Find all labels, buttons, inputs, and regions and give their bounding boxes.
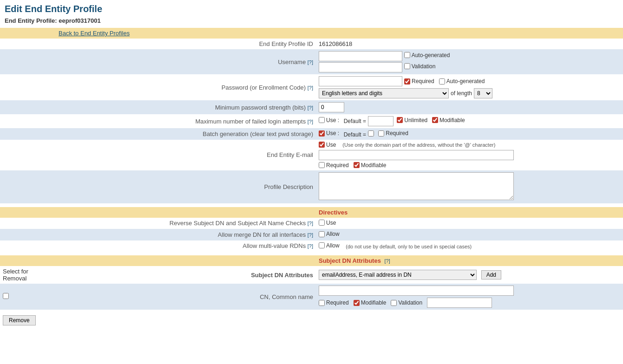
min-password-content (316, 100, 623, 114)
directives-section-content: Directives (316, 207, 623, 218)
max-failed-left (0, 114, 56, 128)
username-auto-generated-label: Auto-generated (412, 52, 450, 58)
separator-1 (0, 203, 623, 207)
min-password-input[interactable] (319, 102, 344, 112)
allow-multi-allow-wrap: Allow (319, 242, 340, 249)
email-input[interactable] (319, 150, 514, 160)
max-failed-default-input[interactable] (368, 116, 393, 126)
batch-content: Use : Default = Required (316, 128, 623, 140)
remove-button[interactable]: Remove (3, 315, 36, 325)
email-note: (Use only the domain part of the address… (342, 142, 495, 148)
subject-dn-add-content: emailAddress, E-mail address in DN CN, C… (316, 266, 623, 284)
min-password-help[interactable]: [?] (308, 105, 313, 110)
cn-label: CN, Common name (56, 284, 316, 310)
max-failed-modifiable-checkbox[interactable] (432, 117, 438, 123)
max-failed-use-wrap: Use : (319, 117, 339, 124)
allow-multi-help[interactable]: [?] (308, 243, 313, 249)
max-failed-unlimited-label: Unlimited (404, 117, 427, 124)
email-modifiable-checkbox[interactable] (354, 162, 360, 168)
remove-row-content (56, 313, 623, 327)
allow-multi-allow-checkbox[interactable] (319, 242, 325, 248)
max-failed-use-checkbox[interactable] (319, 117, 325, 123)
back-link-cell: Back to End Entity Profiles (56, 28, 623, 39)
allow-multi-label: Allow multi-value RDNs [?] (56, 240, 316, 252)
allow-merge-help[interactable]: [?] (308, 232, 313, 238)
max-failed-help[interactable]: [?] (308, 119, 313, 124)
username-validation-label: Validation (412, 63, 436, 70)
email-required-checkbox[interactable] (319, 162, 325, 168)
cn-input[interactable] (319, 286, 514, 296)
username-help[interactable]: [?] (308, 59, 313, 65)
password-auto-gen-label: Auto-generated (446, 78, 485, 84)
username-auto-generated-checkbox[interactable] (404, 52, 410, 58)
batch-required-checkbox[interactable] (378, 130, 384, 136)
section-header-left-1 (0, 28, 56, 39)
profile-id-label: End Entity Profile ID (56, 39, 316, 49)
email-modifiable-wrap: Modifiable (354, 162, 387, 169)
cn-content: Required Modifiable Validation (316, 284, 623, 310)
subject-dn-attr-label: Subject DN Attributes (251, 272, 313, 279)
reverse-subject-use-label: Use (326, 220, 336, 226)
reverse-subject-help[interactable]: [?] (308, 221, 313, 226)
username-input[interactable] (319, 51, 402, 61)
cn-required-checkbox[interactable] (319, 300, 325, 306)
cn-left (0, 284, 56, 310)
cn-validation-checkbox[interactable] (391, 300, 397, 306)
reverse-subject-label: Reverse Subject DN and Subject Alt Name … (56, 218, 316, 229)
username-validation-checkbox[interactable] (404, 63, 410, 69)
password-input[interactable] (319, 76, 402, 86)
profile-desc-content (316, 170, 623, 203)
cn-validation-label: Validation (398, 299, 422, 306)
allow-multi-note: (do not use by default, only to be used … (346, 244, 472, 249)
password-required-checkbox[interactable] (404, 78, 410, 84)
page-title: Edit End Entity Profile (0, 0, 623, 16)
max-failed-default-label: Default = (344, 118, 366, 124)
password-content: Required Auto-generated English letters … (316, 74, 623, 100)
separator-3 (0, 310, 623, 313)
username-content: Auto-generated Validation (316, 49, 623, 74)
directives-title: Directives (319, 209, 348, 216)
max-failed-unlimited-checkbox[interactable] (397, 117, 403, 123)
max-failed-modifiable-wrap: Modifiable (432, 117, 465, 124)
batch-required-label: Required (386, 130, 408, 136)
password-auto-gen-wrap: Auto-generated (439, 78, 485, 84)
back-to-profiles-link[interactable]: Back to End Entity Profiles (59, 30, 130, 37)
allow-multi-content: Allow (do not use by default, only to be… (316, 240, 623, 252)
subject-dn-select[interactable]: emailAddress, E-mail address in DN CN, C… (319, 270, 477, 280)
reverse-subject-use-checkbox[interactable] (319, 220, 325, 226)
password-label: Password (or Enrollment Code) [?] (56, 74, 316, 100)
subject-dn-section-left (0, 255, 56, 266)
username-input2[interactable] (319, 62, 402, 72)
password-auto-gen-checkbox[interactable] (439, 78, 445, 84)
password-length-select[interactable]: 4 6 8 10 12 16 (474, 88, 492, 98)
username-auto-generated-wrap: Auto-generated (404, 52, 450, 58)
profile-id-number: 1612086618 (319, 40, 352, 47)
profile-id-value: 1612086618 (316, 39, 623, 49)
min-password-label: Minimum password strength (bits) [?] (56, 100, 316, 114)
max-failed-unlimited-wrap: Unlimited (397, 117, 427, 124)
batch-label: Batch generation (clear text pwd storage… (56, 128, 316, 140)
add-subject-dn-button[interactable]: Add (481, 270, 501, 280)
cn-required-wrap: Required (319, 299, 349, 306)
cn-modifiable-checkbox[interactable] (354, 300, 360, 306)
cn-select-checkbox[interactable] (3, 293, 9, 299)
password-required-wrap: Required (404, 78, 434, 84)
separator-2 (0, 252, 623, 255)
password-help[interactable]: [?] (308, 85, 313, 91)
password-type-select[interactable]: English letters and digits Letters and d… (319, 88, 449, 98)
of-length-label: of length (451, 90, 472, 97)
cn-validation-input[interactable] (427, 298, 492, 308)
select-removal-cell: Select for Removal (0, 266, 56, 284)
min-password-left (0, 100, 56, 114)
reverse-subject-content: Use (316, 218, 623, 229)
reverse-subject-use-wrap: Use (319, 220, 336, 226)
email-use-label: Use (326, 142, 336, 148)
password-required-label: Required (412, 78, 434, 84)
profile-desc-textarea[interactable] (319, 172, 514, 200)
allow-merge-allow-checkbox[interactable] (319, 231, 325, 237)
batch-default-checkbox[interactable] (368, 130, 374, 136)
batch-use-checkbox[interactable] (319, 130, 325, 136)
email-use-checkbox[interactable] (319, 142, 325, 148)
subject-dn-help[interactable]: [?] (384, 258, 390, 264)
subject-dn-section-label (56, 255, 316, 266)
